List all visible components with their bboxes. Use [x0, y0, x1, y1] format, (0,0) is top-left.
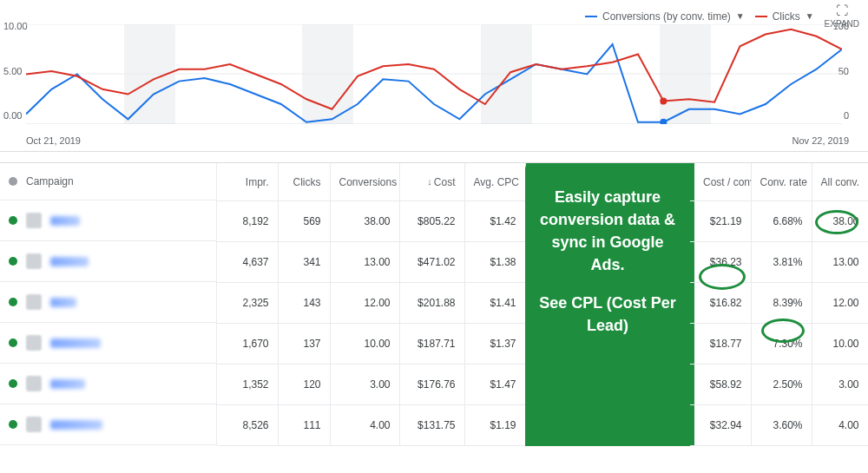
svg-point-8 [660, 98, 667, 105]
cell-campaign[interactable] [0, 404, 217, 445]
cell-all-conv: 38.00 [812, 200, 868, 241]
metrics-chart: Conversions (by conv. time) ▼ Clicks ▼ ⛶… [0, 0, 868, 152]
cell-avg-cpc: $1.37 [464, 323, 525, 364]
table-row[interactable]: 1,3521203.00$176.76$1.47$58.922.50%3.00 [0, 364, 868, 404]
cell-cost: $471.02 [399, 241, 464, 282]
cell-conv-rate: 2.50% [751, 364, 812, 404]
cell-clicks: 111 [278, 404, 330, 445]
status-enabled-icon [9, 298, 17, 306]
status-enabled-icon [9, 216, 17, 225]
legend-series-conversions[interactable]: Conversions (by conv. time) ▼ [585, 10, 745, 23]
cell-all-conv: 13.00 [812, 241, 868, 282]
col-clicks[interactable]: Clicks [278, 163, 330, 200]
col-cost[interactable]: ↓Cost [399, 163, 464, 200]
expand-icon: ⛶ [836, 3, 848, 17]
cell-cost: $201.88 [399, 282, 464, 323]
cell-impr: 2,325 [217, 282, 278, 323]
cell-cost-conv: $32.94 [694, 404, 751, 445]
campaign-thumb [26, 294, 42, 310]
chart-plot [26, 24, 842, 124]
campaign-name-blurred [50, 379, 85, 389]
cell-impr: 8,192 [217, 200, 278, 241]
col-all-conv[interactable]: All conv. [812, 163, 868, 200]
swatch-red-icon [755, 16, 767, 17]
cell-conv-rate: 8.39% [751, 282, 812, 323]
cell-avg-cpc: $1.42 [464, 200, 525, 241]
cell-campaign[interactable] [0, 282, 217, 323]
cell-conversions: 12.00 [330, 282, 399, 323]
cell-avg-cpc: $1.41 [464, 282, 525, 323]
cell-all-conv: 3.00 [812, 364, 868, 404]
swatch-blue-icon [585, 16, 597, 17]
campaign-thumb [26, 335, 42, 351]
cell-all-conv: 12.00 [812, 282, 868, 323]
cell-cost: $187.71 [399, 323, 464, 364]
table-header-row: Campaign Impr. Clicks Conversions ↓Cost … [0, 163, 868, 200]
callout-text-1: Easily capture conversion data & sync in… [537, 186, 678, 276]
cell-conv-rate: 3.81% [751, 241, 812, 282]
col-conversions[interactable]: Conversions [330, 163, 399, 200]
cell-clicks: 569 [278, 200, 330, 241]
status-filter-icon[interactable] [9, 177, 17, 186]
cell-cost-conv: $58.92 [694, 364, 751, 404]
cell-clicks: 137 [278, 323, 330, 364]
cell-campaign[interactable] [0, 200, 217, 241]
annotation-callout: Easily capture conversion data & sync in… [525, 163, 690, 446]
legend-label: Clicks [773, 10, 800, 23]
callout-text-2: See CPL (Cost Per Lead) [537, 292, 678, 337]
status-enabled-icon [9, 338, 17, 347]
cell-avg-cpc: $1.38 [464, 241, 525, 282]
x-axis: Oct 21, 2019 Nov 22, 2019 [26, 135, 849, 146]
cell-avg-cpc: $1.19 [464, 404, 525, 445]
campaign-thumb [26, 213, 42, 228]
cell-cost-conv: $16.82 [694, 282, 751, 323]
cell-cost: $176.76 [399, 364, 464, 404]
cell-impr: 1,670 [217, 323, 278, 364]
cell-all-conv: 4.00 [812, 404, 868, 445]
cell-impr: 4,637 [217, 241, 278, 282]
campaign-name-blurred [50, 257, 89, 266]
campaign-name-blurred [50, 338, 101, 348]
cell-all-conv: 10.00 [812, 323, 868, 364]
y-axis-left: 10.00 5.00 0.00 [3, 21, 28, 121]
chevron-down-icon: ▼ [806, 11, 814, 21]
cell-campaign[interactable] [0, 364, 217, 404]
campaign-name-blurred [50, 298, 76, 307]
col-conv-rate[interactable]: Conv. rate [751, 163, 812, 200]
sort-desc-icon: ↓ [427, 176, 432, 187]
col-cost-conv[interactable]: Cost / conv. [694, 163, 751, 200]
campaign-name-blurred [50, 216, 80, 226]
cell-avg-cpc: $1.47 [464, 364, 525, 404]
col-avg-cpc[interactable]: Avg. CPC [464, 163, 525, 200]
status-enabled-icon [9, 420, 17, 429]
legend-label: Conversions (by conv. time) [602, 10, 731, 23]
campaign-name-blurred [50, 420, 102, 430]
cell-cost-conv: $18.77 [694, 323, 751, 364]
cell-campaign[interactable] [0, 323, 217, 364]
table-row[interactable]: 8,19256938.00$805.22$1.42$21.196.68%38.0… [0, 200, 868, 241]
campaign-thumb [26, 376, 42, 391]
cell-conversions: 3.00 [330, 364, 399, 404]
col-impr[interactable]: Impr. [217, 163, 278, 200]
table-row[interactable]: 1,67013710.00$187.71$1.37$18.777.30%10.0… [0, 323, 868, 364]
table-row[interactable]: 2,32514312.00$201.88$1.41$16.828.39%12.0… [0, 282, 868, 323]
campaign-thumb [26, 417, 42, 432]
status-enabled-icon [9, 257, 17, 266]
cell-conversions: 10.00 [330, 323, 399, 364]
cell-conv-rate: 7.30% [751, 323, 812, 364]
campaigns-table: Campaign Impr. Clicks Conversions ↓Cost … [0, 162, 868, 446]
table-row[interactable]: 4,63734113.00$471.02$1.38$36.233.81%13.0… [0, 241, 868, 282]
cell-impr: 8,526 [217, 404, 278, 445]
status-enabled-icon [9, 379, 17, 388]
cell-cost-conv: $21.19 [694, 200, 751, 241]
cell-clicks: 143 [278, 282, 330, 323]
cell-clicks: 341 [278, 241, 330, 282]
cell-cost: $131.75 [399, 404, 464, 445]
campaign-thumb [26, 253, 42, 269]
table-row[interactable]: 8,5261114.00$131.75$1.19$32.943.60%4.00 [0, 404, 868, 445]
legend-series-clicks[interactable]: Clicks ▼ [755, 10, 814, 23]
cell-conversions: 38.00 [330, 200, 399, 241]
cell-conversions: 4.00 [330, 404, 399, 445]
col-campaign[interactable]: Campaign [0, 163, 217, 200]
cell-campaign[interactable] [0, 241, 217, 282]
